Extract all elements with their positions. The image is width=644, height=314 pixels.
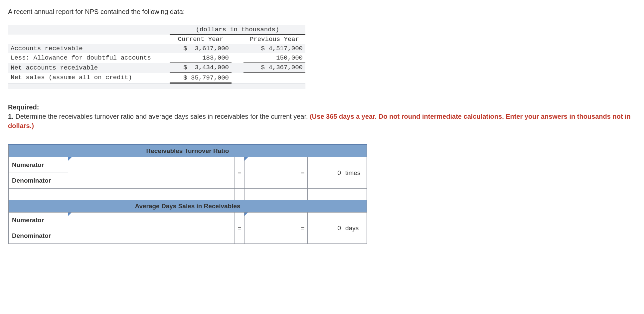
result-1[interactable]: 0 <box>308 157 343 189</box>
unit-2: days <box>343 213 367 244</box>
intermediate-dropdown-1[interactable] <box>244 157 298 189</box>
nar-cur: $ 3,434,000 <box>170 63 232 73</box>
denominator-label-2: Denominator <box>9 228 68 244</box>
equals-2b: = <box>298 213 308 244</box>
unit-1: times <box>343 157 367 189</box>
section1-header: Receivables Turnover Ratio <box>9 145 367 157</box>
result-2[interactable]: 0 <box>308 213 343 244</box>
nar-prev: $ 4,367,000 <box>243 63 305 73</box>
table-footer-bar <box>8 83 305 89</box>
numerator-dropdown-1[interactable] <box>68 157 235 189</box>
intermediate-dropdown-2[interactable] <box>244 213 298 244</box>
numerator-label-2: Numerator <box>9 213 68 228</box>
question-number: 1. <box>8 113 15 120</box>
unit-header: (dollars in thousands) <box>170 25 305 35</box>
equals-2a: = <box>235 213 244 244</box>
col-previous: Previous Year <box>243 35 305 44</box>
intro-text: A recent annual report for NPS contained… <box>8 8 636 16</box>
section2-header: Average Days Sales in Receivables <box>9 200 367 213</box>
required-section: Required: 1. Determine the receivables t… <box>8 102 636 130</box>
allow-cur: 183,000 <box>170 53 232 63</box>
required-heading: Required: <box>8 103 39 111</box>
allow-label: Less: Allowance for doubtful accounts <box>8 53 170 63</box>
numerator-dropdown-2[interactable] <box>68 213 235 244</box>
ar-prev: $ 4,517,000 <box>243 44 305 53</box>
sales-label: Net sales (assume all on credit) <box>8 73 170 83</box>
numerator-label-1: Numerator <box>9 157 68 173</box>
ar-cur: $ 3,617,000 <box>170 44 232 53</box>
sales-cur: $ 35,797,000 <box>170 73 232 83</box>
equals-1b: = <box>298 157 308 189</box>
allow-prev: 150,000 <box>243 53 305 63</box>
ar-label: Accounts receivable <box>8 44 170 53</box>
question-text: Determine the receivables turnover ratio… <box>15 113 310 120</box>
data-table: (dollars in thousands) Current Year Prev… <box>8 25 305 82</box>
denominator-label-1: Denominator <box>9 173 68 189</box>
data-table-wrap: (dollars in thousands) Current Year Prev… <box>8 25 305 89</box>
equals-1a: = <box>235 157 244 189</box>
answer-grid: Receivables Turnover Ratio Numerator = =… <box>8 144 367 244</box>
col-current: Current Year <box>170 35 232 44</box>
nar-label: Net accounts receivable <box>8 63 170 73</box>
